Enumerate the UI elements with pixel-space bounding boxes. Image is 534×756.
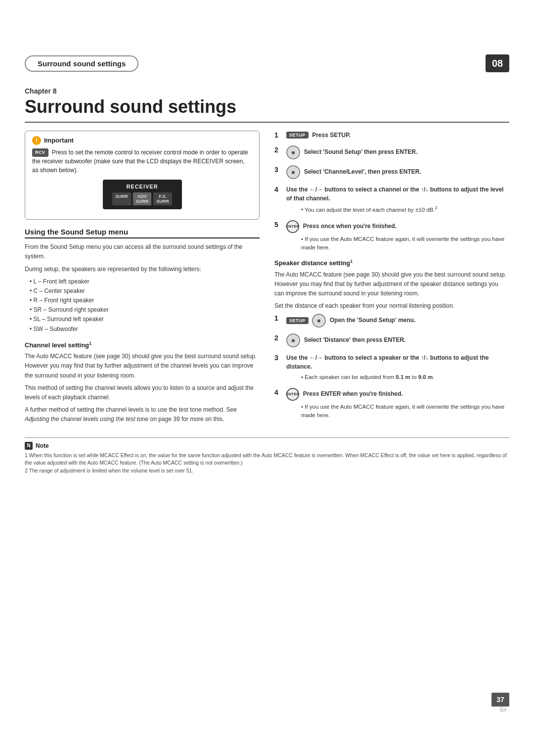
chapter-label: Chapter 8 bbox=[25, 87, 509, 95]
channel-level-steps: 1 SETUP Press SETUP. 2 ◉ Select 'Sound S… bbox=[274, 131, 509, 252]
using-sound-setup-setup-text: During setup, the speakers are represent… bbox=[25, 265, 260, 274]
receiver-title: RECEIVER bbox=[109, 184, 176, 189]
col-right: 1 SETUP Press SETUP. 2 ◉ Select 'Sound S… bbox=[274, 131, 509, 427]
dist-step-2: 2 ◉ Select 'Distance' then press ENTER. bbox=[274, 333, 509, 347]
channel-level-para2: This method of setting the channel level… bbox=[25, 383, 260, 402]
step-5-content: ENTER Press once when you're finished. I… bbox=[286, 220, 509, 252]
important-box: ! Important RCV Press to set the remote … bbox=[25, 131, 260, 220]
warning-icon: ! bbox=[32, 136, 41, 145]
nav-circle-3: ◉ bbox=[286, 165, 300, 179]
enter-icon-d4: ENTER bbox=[286, 388, 299, 401]
step-2-text: Select 'Sound Setup' then press ENTER. bbox=[304, 148, 418, 155]
speaker-list-item: L – Front left speaker bbox=[30, 277, 260, 286]
step-2: 2 ◉ Select 'Sound Setup' then press ENTE… bbox=[274, 145, 509, 159]
dist-step-4: 4 ENTER Press ENTER when you're finished… bbox=[274, 388, 509, 420]
channel-level-heading: Channel level setting1 bbox=[25, 341, 260, 349]
dist-step-4-bullet: If you use the Auto MCACC feature again,… bbox=[301, 403, 509, 420]
note-icon: N bbox=[25, 442, 33, 450]
chapter-number: 08 bbox=[486, 54, 509, 72]
speaker-list-item: SW – Subwoofer bbox=[30, 325, 260, 334]
speaker-list: L – Front left speakerC – Center speaker… bbox=[25, 277, 260, 334]
dist-step-4-content: ENTER Press ENTER when you're finished. … bbox=[286, 388, 509, 420]
dist-step-4-text: Press ENTER when you're finished. bbox=[303, 390, 403, 397]
step-5-text: Press once when you're finished. bbox=[303, 223, 397, 230]
header-title: Surround sound settings bbox=[25, 55, 138, 72]
dist-step-3-content: Use the ←/→ buttons to select a speaker … bbox=[286, 353, 509, 381]
setup-icon-d1: SETUP bbox=[286, 317, 309, 324]
dist-step-3-note: Each speaker can be adjusted from 0.1 m … bbox=[301, 373, 509, 381]
two-col-layout: ! Important RCV Press to set the remote … bbox=[25, 131, 509, 427]
speaker-distance-para: The Auto MCACC feature (see page 30) sho… bbox=[274, 270, 509, 299]
dist-step-3-text: Use the ←/→ buttons to select a speaker … bbox=[286, 353, 509, 371]
enter-icon-5: ENTER bbox=[286, 220, 299, 233]
dist-step-1-text: Open the 'Sound Setup' menu. bbox=[330, 317, 416, 324]
dist-step-1-content: SETUP ◉ Open the 'Sound Setup' menu. bbox=[286, 314, 509, 328]
note-header: N Note bbox=[25, 442, 509, 450]
nav-circle-2: ◉ bbox=[286, 145, 300, 159]
important-header: ! Important bbox=[32, 136, 252, 145]
step-5-bullet: If you use the Auto MCACC feature again,… bbox=[301, 235, 509, 252]
dist-step-2-content: ◉ Select 'Distance' then press ENTER. bbox=[286, 333, 509, 347]
surr-btn: SURR bbox=[112, 192, 131, 205]
step-3-text: Select 'ChannelLevel', then press ENTER. bbox=[304, 168, 421, 175]
speaker-list-item: R – Front right speaker bbox=[30, 296, 260, 305]
dist-step-1: 1 SETUP ◉ Open the 'Sound Setup' menu. bbox=[274, 314, 509, 328]
note-item: 2 The range of adjustment is limited whe… bbox=[25, 467, 509, 475]
step-1: 1 SETUP Press SETUP. bbox=[274, 131, 509, 140]
nav-circle-d2: ◉ bbox=[286, 333, 300, 347]
note-item: 1 When this function is set while MCACC … bbox=[25, 452, 509, 468]
using-sound-setup-heading: Using the Sound Setup menu bbox=[25, 228, 260, 238]
step-1-text: Press SETUP. bbox=[312, 132, 351, 139]
receiver-buttons: SURR ADVSURR F.S.SURR bbox=[109, 192, 176, 205]
receiver-display: RECEIVER SURR ADVSURR F.S.SURR bbox=[103, 180, 182, 209]
step-4-bullet: You can adjust the level of each channel… bbox=[301, 205, 509, 214]
adv-surr-btn: ADVSURR bbox=[133, 192, 152, 205]
speaker-distance-para2: Set the distance of each speaker from yo… bbox=[274, 301, 509, 311]
important-text: RCV Press to set the remote control to r… bbox=[32, 148, 252, 175]
rcv-badge: RCV bbox=[32, 148, 48, 157]
speaker-distance-heading: Speaker distance setting1 bbox=[274, 259, 509, 267]
speaker-list-item: SR – Surround right speaker bbox=[30, 305, 260, 315]
step-1-content: SETUP Press SETUP. bbox=[286, 131, 509, 140]
notes-container: 1 When this function is set while MCACC … bbox=[25, 452, 509, 475]
notes-section: N Note 1 When this function is set while… bbox=[25, 437, 509, 475]
speaker-list-ul: L – Front left speakerC – Center speaker… bbox=[25, 277, 260, 334]
speaker-list-item: C – Center speaker bbox=[30, 286, 260, 296]
step-4-content: Use the ←/→ buttons to select a channel … bbox=[286, 185, 509, 214]
step-3: 3 ◉ Select 'ChannelLevel', then press EN… bbox=[274, 165, 509, 179]
step-5: 5 ENTER Press once when you're finished.… bbox=[274, 220, 509, 252]
speaker-list-item: SL – Surround left speaker bbox=[30, 315, 260, 324]
step-3-content: ◉ Select 'ChannelLevel', then press ENTE… bbox=[286, 165, 509, 179]
header-bar: Surround sound settings 08 bbox=[25, 54, 509, 72]
using-sound-setup-intro: From the Sound Setup menu you can access… bbox=[25, 242, 260, 261]
step-4-text: Use the ←/→ buttons to select a channel … bbox=[286, 185, 509, 203]
distance-steps: 1 SETUP ◉ Open the 'Sound Setup' menu. 2… bbox=[274, 314, 509, 420]
page-lang: En bbox=[500, 707, 506, 712]
channel-level-para1: The Auto MCACC feature (see page 30) sho… bbox=[25, 352, 260, 380]
page-number: 37 bbox=[491, 693, 509, 707]
fs-surr-btn: F.S.SURR bbox=[153, 192, 172, 205]
dist-step-3: 3 Use the ←/→ buttons to select a speake… bbox=[274, 353, 509, 381]
setup-icon-1: SETUP bbox=[286, 132, 309, 139]
important-label: Important bbox=[44, 137, 74, 144]
step-4: 4 Use the ←/→ buttons to select a channe… bbox=[274, 185, 509, 214]
col-left: ! Important RCV Press to set the remote … bbox=[25, 131, 260, 427]
nav-circle-d1: ◉ bbox=[312, 314, 326, 328]
chapter-area: Chapter 8 Surround sound settings bbox=[25, 87, 509, 123]
chapter-title: Surround sound settings bbox=[25, 97, 509, 123]
dist-step-2-text: Select 'Distance' then press ENTER. bbox=[304, 337, 406, 344]
step-2-content: ◉ Select 'Sound Setup' then press ENTER. bbox=[286, 145, 509, 159]
channel-level-para3: A further method of setting the channel … bbox=[25, 405, 260, 424]
